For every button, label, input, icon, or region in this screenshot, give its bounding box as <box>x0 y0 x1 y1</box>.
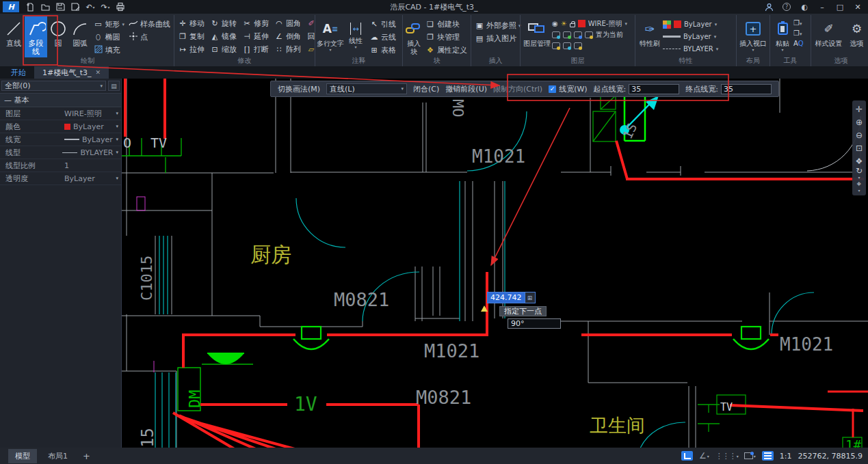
xref-button[interactable]: ▣外部参照▾ <box>473 20 518 31</box>
chamfer-button[interactable]: ∠倒角 <box>272 31 303 42</box>
close-option[interactable]: 闭合(C) <box>413 84 439 94</box>
maximize-button[interactable]: □ <box>832 1 847 13</box>
save-as-button[interactable] <box>68 1 82 13</box>
tab-close-icon[interactable]: ✕ <box>96 69 101 76</box>
ellipse-tool-button[interactable]: ⬯椭圆 <box>92 31 127 43</box>
polyline-tool-button[interactable]: 多段线 <box>25 16 47 57</box>
user-account-icon[interactable] <box>761 1 776 13</box>
lineweight-control[interactable]: ByLayer ▾ <box>663 31 718 42</box>
revcloud-button[interactable]: ☁云线 <box>367 31 398 43</box>
copy-base-icon[interactable]: ❒▾ <box>793 29 804 37</box>
panel-section-basic[interactable]: — 基本 <box>0 93 121 107</box>
dynamic-angle-input[interactable]: 90° <box>508 318 561 329</box>
circle-tool-button[interactable]: 圆 <box>47 16 69 57</box>
extend-button[interactable]: ⊣延伸 <box>240 31 271 42</box>
trim-button[interactable]: ✂修剪 <box>240 18 271 29</box>
rotate-button[interactable]: ↻旋转 <box>208 18 239 29</box>
insert-viewport-button[interactable]: + 插入视口 ▾ <box>738 16 768 57</box>
fillet-button[interactable]: ◠圆角 <box>272 18 303 29</box>
find-button[interactable]: AQ <box>793 40 804 47</box>
prop-row-layer[interactable]: 图层 WIRE-照明▾ <box>0 107 121 120</box>
start-width-input[interactable] <box>629 84 679 94</box>
theme-toggle-icon[interactable]: ◐ <box>797 1 812 13</box>
draw-method-dropdown[interactable]: 直线(L)▾ <box>326 83 407 94</box>
quick-select-button[interactable]: ▤ <box>108 81 120 91</box>
polar-tracking-icon[interactable]: ∠▾ <box>699 451 709 461</box>
insert-block-button[interactable]: 插入块 <box>404 16 423 57</box>
options-button[interactable]: ⚙ 选项 <box>845 16 868 57</box>
layer-off-icon[interactable] <box>563 42 571 49</box>
set-current-layer-button[interactable]: 置为当前 <box>596 30 623 40</box>
width-toggle[interactable]: ✓线宽(W) <box>549 84 587 94</box>
snap-grid-icon[interactable]: ⋮⋮⋮▾ <box>715 452 738 461</box>
layer-thaw-icon[interactable] <box>563 31 571 38</box>
zoom-out-icon[interactable]: ⊖ <box>852 128 866 141</box>
linear-dim-button[interactable]: ↔ 线性 ▾ <box>344 16 367 57</box>
line-tool-button[interactable]: 直线 <box>3 16 25 57</box>
array-button[interactable]: ∷阵列 <box>272 44 303 55</box>
create-block-button[interactable]: ❏创建块 <box>423 18 469 30</box>
undo-button[interactable]: ↶▾ <box>83 1 97 13</box>
layer-lock2-icon[interactable] <box>574 31 582 38</box>
switch-method-label[interactable]: 切换画法(M) <box>278 84 320 94</box>
arc-tool-button[interactable]: 圆弧 <box>69 16 91 57</box>
end-width-input[interactable] <box>721 84 772 94</box>
stretch-button[interactable]: ↦拉伸 <box>176 44 207 55</box>
annotation-scale[interactable]: 1:1 <box>780 452 792 461</box>
insert-image-button[interactable]: ▤插入图片 <box>473 33 518 44</box>
open-file-button[interactable] <box>38 1 52 13</box>
leader-button[interactable]: ↖引线 <box>367 18 398 30</box>
linetype-control[interactable]: BYLAYER ▾ <box>663 44 718 54</box>
new-file-button[interactable] <box>23 1 37 13</box>
layer-lock-icon[interactable] <box>570 23 575 27</box>
match-properties-button[interactable]: ✑ 特性刷 <box>637 16 663 57</box>
prop-row-lineweight[interactable]: 线宽 ByLayer▾ <box>0 133 121 146</box>
zoom-window-icon[interactable]: ⊡ <box>852 141 866 154</box>
ucs-icon[interactable]: ⌖▾ <box>852 180 866 193</box>
prop-row-ltscale[interactable]: 线型比例 1 <box>0 159 121 172</box>
layer-isolate-icon[interactable] <box>552 42 560 49</box>
lineweight-display-icon[interactable] <box>762 451 774 461</box>
minimize-button[interactable]: – <box>815 1 830 13</box>
style-settings-button[interactable]: ✐ 样式设置 <box>814 16 844 57</box>
add-layout-button[interactable]: + <box>79 451 94 461</box>
break-button[interactable]: []打断 <box>240 44 271 55</box>
mtext-button[interactable]: A≡ 多行文字 ▾ <box>317 16 344 57</box>
drawing-canvas[interactable]: O TV M1021 厨房 C1015 M0821 M1021 M0821 1V… <box>122 79 868 448</box>
current-layer-name[interactable]: WIRE-照明 <box>588 19 622 29</box>
hatch-tool-button[interactable]: 填充 <box>92 44 127 56</box>
redo-button[interactable]: ↷▾ <box>98 1 112 13</box>
tab-document[interactable]: 1#楼电气_t3_ ✕ <box>34 66 109 79</box>
tab-start[interactable]: 开始 <box>3 66 34 79</box>
scale-button[interactable]: ⊡缩放 <box>208 44 239 55</box>
prop-row-transparency[interactable]: 透明度 ByLayer▾ <box>0 172 121 185</box>
help-icon[interactable]: ? <box>779 1 794 13</box>
print-button[interactable] <box>114 1 127 13</box>
pan-icon[interactable]: ✛ <box>852 103 866 115</box>
copy-clip-icon[interactable]: ❐▾ <box>793 19 804 27</box>
zoom-in-icon[interactable]: ⊕ <box>852 115 866 128</box>
model-tab[interactable]: 模型 <box>8 449 37 463</box>
prop-row-linetype[interactable]: 线型 BYLAYER▾ <box>0 146 121 159</box>
layer-color-swatch[interactable] <box>578 20 586 27</box>
layout1-tab[interactable]: 布局1 <box>41 449 75 463</box>
mirror-button[interactable]: ◭镜像 <box>208 31 239 42</box>
close-button[interactable]: ✕ <box>850 1 865 13</box>
copy-button[interactable]: ❐复制 <box>176 31 207 42</box>
prop-row-color[interactable]: 颜色 ByLayer▾ <box>0 120 121 133</box>
restrict-direction-option[interactable]: 限制方向(Ctrl) <box>493 84 542 94</box>
ortho-mode-icon[interactable] <box>681 451 693 461</box>
undo-segment-option[interactable]: 撤销前段(U) <box>445 84 487 94</box>
layer-merge-icon[interactable] <box>574 42 582 49</box>
layer-visibility-icon[interactable]: ◉ <box>552 20 558 27</box>
rectangle-tool-button[interactable]: ▭矩形▾ <box>92 18 127 30</box>
dynamic-input-icon[interactable]: ▾ <box>744 452 756 459</box>
dynamic-input-lock-icon[interactable]: ⊞ <box>525 292 535 303</box>
paste-button[interactable]: 粘贴 ▾ <box>772 16 793 57</box>
point-tool-button[interactable]: 点 <box>127 31 172 43</box>
save-button[interactable] <box>53 1 67 13</box>
attribute-define-button[interactable]: ❖属性定义 <box>423 44 469 56</box>
layer-freeze-icon[interactable] <box>552 31 560 38</box>
checkbox-checked-icon[interactable]: ✓ <box>549 85 556 93</box>
layer-unlock-icon[interactable] <box>585 31 593 38</box>
